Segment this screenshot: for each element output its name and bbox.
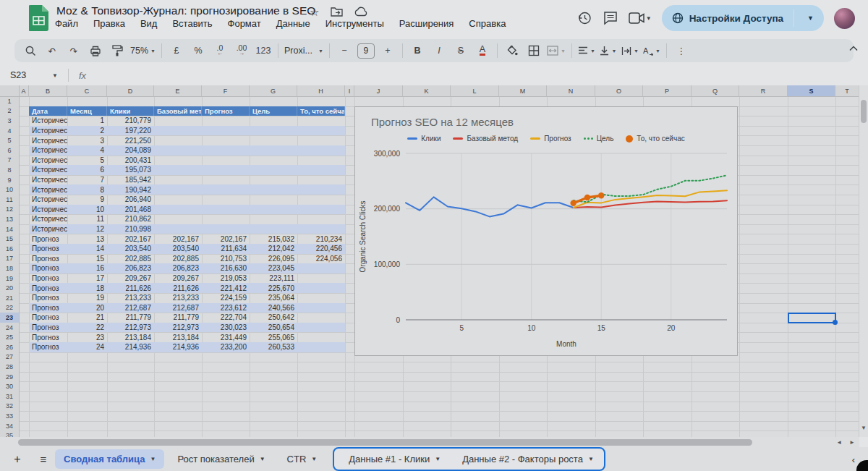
row-header-20[interactable]: 20 bbox=[0, 283, 20, 294]
row-header-6[interactable]: 6 bbox=[0, 145, 20, 156]
cell[interactable]: Прогноз bbox=[29, 263, 67, 273]
borders-icon[interactable] bbox=[525, 42, 542, 59]
row-header-34[interactable]: 34 bbox=[0, 421, 20, 432]
col-header-M[interactable]: M bbox=[499, 85, 547, 97]
cell[interactable]: Исторические bbox=[29, 126, 67, 136]
cell[interactable]: 20 bbox=[67, 303, 107, 313]
col-header-I[interactable]: I bbox=[345, 85, 354, 97]
col-header-P[interactable]: P bbox=[643, 85, 692, 97]
vertical-scrollbar[interactable]: ▼ bbox=[859, 85, 868, 437]
text-color-button[interactable]: A bbox=[474, 42, 491, 59]
bold-button[interactable]: B bbox=[409, 42, 426, 59]
meet-button[interactable]: ▼ bbox=[629, 12, 652, 24]
merge-cells-icon[interactable]: ▼ bbox=[547, 42, 566, 59]
col-header-N[interactable]: N bbox=[547, 85, 595, 97]
cell[interactable]: 14 bbox=[67, 244, 107, 254]
row-header-4[interactable]: 4 bbox=[0, 126, 20, 137]
cell[interactable]: 15 bbox=[67, 254, 107, 264]
text-rotation-icon[interactable]: A▼ bbox=[643, 42, 660, 59]
row-header-32[interactable]: 32 bbox=[0, 402, 20, 412]
cell[interactable]: 214,936 bbox=[154, 342, 202, 352]
sheet-tab-caret-icon[interactable]: ▼ bbox=[260, 456, 265, 462]
redo-icon[interactable]: ↷ bbox=[65, 42, 82, 59]
cell[interactable]: 250,654 bbox=[250, 323, 297, 333]
table-header-cell[interactable]: Дата bbox=[29, 106, 67, 116]
row-header-5[interactable]: 5 bbox=[0, 135, 20, 146]
avatar[interactable] bbox=[834, 8, 855, 29]
menu-item[interactable]: Инструменты bbox=[326, 18, 384, 29]
cell[interactable]: 24 bbox=[67, 342, 107, 352]
fill-color-icon[interactable] bbox=[503, 42, 521, 59]
increase-decimal-button[interactable]: .00→ bbox=[233, 42, 250, 59]
table-header-cell[interactable]: Клики bbox=[107, 106, 154, 116]
row-header-26[interactable]: 26 bbox=[0, 342, 20, 353]
cell[interactable]: 211,779 bbox=[107, 313, 154, 323]
row-header-13[interactable]: 13 bbox=[0, 214, 20, 225]
cell[interactable]: 213,233 bbox=[107, 293, 154, 303]
col-header-D[interactable]: D bbox=[107, 85, 154, 97]
cell[interactable]: 223,612 bbox=[202, 303, 250, 313]
font-select[interactable]: Proxi...▼ bbox=[284, 42, 323, 59]
cell[interactable]: 10 bbox=[67, 205, 107, 215]
strikethrough-button[interactable]: S bbox=[452, 42, 469, 59]
horizontal-scrollbar[interactable]: ◄ ► bbox=[0, 437, 859, 447]
cell[interactable]: 195,073 bbox=[107, 165, 154, 175]
cell[interactable]: Прогноз bbox=[29, 323, 67, 333]
col-header-J[interactable]: J bbox=[354, 85, 403, 97]
cell[interactable]: Исторические bbox=[29, 135, 67, 145]
menu-item[interactable]: Данные bbox=[276, 18, 310, 29]
cell[interactable]: Исторические bbox=[29, 195, 67, 205]
cell[interactable]: Прогноз bbox=[29, 234, 67, 244]
row-header-11[interactable]: 11 bbox=[0, 195, 20, 205]
sheet-tab-caret-icon[interactable]: ▼ bbox=[588, 456, 594, 462]
horizontal-scrollbar-thumb[interactable] bbox=[18, 439, 752, 446]
cell[interactable]: 211,626 bbox=[154, 283, 202, 293]
cell[interactable]: 214,936 bbox=[107, 342, 154, 352]
cell[interactable]: 235,064 bbox=[250, 293, 297, 303]
cell[interactable]: 250,642 bbox=[250, 313, 297, 323]
name-box[interactable]: S23 bbox=[0, 70, 52, 80]
row-header-3[interactable]: 3 bbox=[0, 116, 20, 127]
col-header-L[interactable]: L bbox=[451, 85, 499, 97]
row-header-18[interactable]: 18 bbox=[0, 263, 20, 274]
row-header-21[interactable]: 21 bbox=[0, 293, 20, 304]
cell[interactable]: 210,753 bbox=[202, 254, 250, 264]
cell[interactable]: 206,823 bbox=[107, 263, 154, 273]
cell[interactable]: Прогноз bbox=[29, 342, 67, 352]
all-sheets-button[interactable]: ≡ bbox=[36, 453, 51, 465]
more-options-icon[interactable]: ⋮ bbox=[673, 42, 690, 59]
row-header-29[interactable]: 29 bbox=[0, 372, 20, 383]
row-header-2[interactable]: 2 bbox=[0, 106, 20, 117]
cell[interactable]: 7 bbox=[67, 175, 107, 185]
sheet-tab[interactable]: Данные #2 - Факторы роста▼ bbox=[454, 449, 603, 469]
table-header-cell[interactable]: Базовый метод bbox=[154, 106, 202, 116]
table-header-cell[interactable]: Цель bbox=[250, 106, 297, 116]
cell[interactable]: 210,862 bbox=[107, 214, 154, 224]
search-icon[interactable] bbox=[22, 42, 39, 59]
selected-cell[interactable] bbox=[788, 313, 836, 323]
cell[interactable]: 3 bbox=[67, 135, 107, 145]
cell[interactable]: 225,670 bbox=[250, 283, 297, 293]
row-header-35[interactable]: 35 bbox=[0, 430, 20, 437]
cell[interactable]: 201,468 bbox=[107, 205, 154, 215]
sheet-tab[interactable]: Сводная таблица▼ bbox=[55, 449, 164, 469]
cell[interactable]: 8 bbox=[67, 184, 107, 195]
cell[interactable]: 220,456 bbox=[297, 244, 345, 254]
cell[interactable]: 190,942 bbox=[107, 184, 154, 195]
menu-item[interactable]: Вставить bbox=[172, 18, 212, 29]
add-sheet-button[interactable]: + bbox=[10, 453, 25, 466]
undo-icon[interactable]: ↶ bbox=[43, 42, 61, 59]
row-header-14[interactable]: 14 bbox=[0, 224, 20, 235]
percent-format-button[interactable]: % bbox=[190, 42, 207, 59]
row-header-23[interactable]: 23 bbox=[0, 313, 20, 323]
cell[interactable]: 209,267 bbox=[107, 273, 154, 284]
col-header-F[interactable]: F bbox=[202, 85, 250, 97]
tab-scroll-left-icon[interactable]: ‹ bbox=[852, 454, 855, 465]
font-size-input[interactable]: 9 bbox=[357, 42, 375, 59]
cell[interactable]: 21 bbox=[67, 313, 107, 323]
cell[interactable]: 202,167 bbox=[107, 234, 154, 244]
collapse-toolbar-icon[interactable] bbox=[849, 43, 858, 54]
row-header-33[interactable]: 33 bbox=[0, 411, 20, 422]
cell[interactable]: 231,449 bbox=[202, 332, 250, 342]
cell[interactable]: Исторические bbox=[29, 175, 67, 185]
